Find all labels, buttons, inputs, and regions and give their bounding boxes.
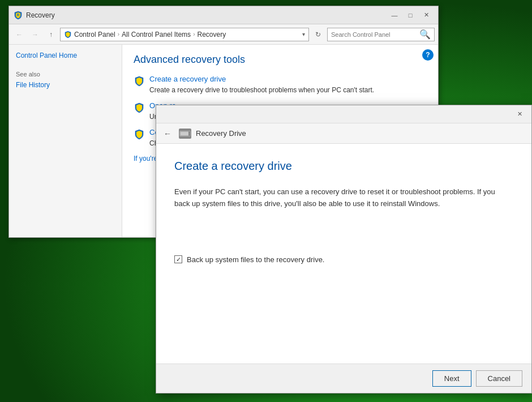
rd-back-button[interactable]: ← bbox=[161, 127, 174, 140]
shield-icon-2 bbox=[134, 102, 145, 114]
usb-drive-icon bbox=[179, 129, 191, 139]
control-panel-home-link[interactable]: Control Panel Home bbox=[16, 52, 115, 59]
next-button[interactable]: Next bbox=[432, 370, 471, 387]
refresh-button[interactable]: ↻ bbox=[311, 28, 325, 41]
see-also-label: See also bbox=[16, 71, 115, 78]
back-button[interactable]: ← bbox=[12, 28, 26, 41]
forward-button[interactable]: → bbox=[28, 28, 42, 41]
recovery-drive-dialog: ✕ ← Recovery Drive Create a recovery dri… bbox=[156, 105, 532, 394]
cp-titlebar: R Recovery — □ ✕ bbox=[9, 6, 438, 24]
rd-footer: Next Cancel bbox=[156, 363, 531, 393]
address-dropdown[interactable]: ▾ bbox=[302, 31, 305, 37]
cancel-button[interactable]: Cancel bbox=[476, 370, 522, 387]
rd-heading: Create a recovery drive bbox=[174, 160, 513, 173]
create-recovery-drive-link[interactable]: Create a recovery drive bbox=[149, 75, 374, 83]
address-box[interactable]: Control Panel › All Control Panel Items … bbox=[60, 28, 309, 41]
shield-icon: R bbox=[14, 11, 23, 20]
search-box[interactable]: 🔍 bbox=[327, 28, 435, 41]
minimize-button[interactable]: — bbox=[387, 10, 402, 21]
rd-content: Create a recovery drive Even if your PC … bbox=[156, 144, 531, 363]
backup-checkbox[interactable]: ✓ bbox=[174, 255, 182, 263]
rd-titlebar: ✕ bbox=[156, 105, 531, 123]
rd-nav: ← Recovery Drive bbox=[156, 123, 531, 144]
recovery-icon-2 bbox=[134, 102, 145, 114]
address-part-1: Control Panel bbox=[74, 31, 115, 39]
shield-icon-3 bbox=[134, 129, 145, 140]
maximize-button[interactable]: □ bbox=[403, 10, 418, 21]
cp-title: Recovery bbox=[26, 11, 387, 19]
address-part-3: Recovery bbox=[197, 31, 226, 39]
recovery-icon-3 bbox=[134, 129, 145, 140]
cp-addressbar: ← → ↑ Control Panel › All Control Panel … bbox=[9, 24, 438, 45]
address-part-2: All Control Panel Items bbox=[122, 31, 191, 39]
help-button[interactable]: ? bbox=[422, 49, 434, 61]
recovery-item-1: Create a recovery drive Create a recover… bbox=[134, 75, 427, 95]
file-history-link[interactable]: File History bbox=[16, 81, 115, 89]
checkbox-check-icon: ✓ bbox=[176, 256, 181, 263]
section-title: Advanced recovery tools bbox=[134, 54, 427, 66]
address-shield-icon bbox=[64, 31, 72, 39]
recovery-icon-1 bbox=[134, 76, 145, 87]
backup-checkbox-label: Back up system files to the recovery dri… bbox=[187, 255, 324, 264]
shield-icon-1 bbox=[134, 76, 145, 87]
svg-text:R: R bbox=[16, 13, 19, 17]
cp-sidebar: Control Panel Home See also File History bbox=[9, 45, 122, 237]
rd-description: Even if your PC can't start, you can use… bbox=[174, 186, 503, 210]
rd-checkbox-area: ✓ Back up system files to the recovery d… bbox=[174, 255, 513, 264]
search-input[interactable] bbox=[331, 31, 417, 38]
recovery-item-1-desc: Create a recovery drive to troubleshoot … bbox=[149, 86, 374, 94]
svg-rect-3 bbox=[188, 131, 190, 136]
window-controls: — □ ✕ bbox=[387, 10, 434, 21]
rd-nav-title: Recovery Drive bbox=[196, 129, 246, 138]
rd-close-button[interactable]: ✕ bbox=[512, 109, 527, 120]
up-button[interactable]: ↑ bbox=[44, 28, 58, 41]
recovery-item-1-content: Create a recovery drive Create a recover… bbox=[149, 75, 374, 95]
search-icon: 🔍 bbox=[419, 29, 431, 40]
close-button[interactable]: ✕ bbox=[419, 10, 434, 21]
drive-icon bbox=[179, 129, 191, 139]
cp-titlebar-icon: R bbox=[14, 11, 23, 20]
